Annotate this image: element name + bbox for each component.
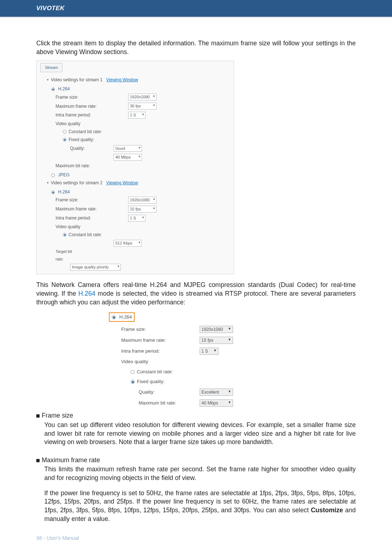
- brand-text: VIVOTEK: [36, 5, 65, 12]
- frame-size-body: You can set up different video resolutio…: [36, 420, 356, 453]
- fixed-quality-label-hl: Fixed quality:: [137, 379, 165, 384]
- frame-size-section: Frame size You can set up different vide…: [36, 411, 356, 453]
- jpeg-radio[interactable]: [51, 173, 55, 177]
- max-frame-rate-body-2: If the power line frequency is set to 50…: [36, 489, 356, 530]
- h264-radio-hl[interactable]: [112, 315, 116, 319]
- h264-settings-screenshot: H.264 Frame size: 1920x1080▼ Maximum fra…: [109, 312, 283, 409]
- max-frame-rate-select-2[interactable]: 15 fps: [128, 206, 156, 213]
- max-frame-rate-select-1[interactable]: 30 fps: [128, 103, 156, 110]
- frame-size-label-hl: Frame size:: [109, 326, 200, 333]
- target-bit-label: Target bit: [56, 249, 128, 254]
- stream-settings-screenshot: Stream Video settings for stream 1 Viewi…: [36, 61, 234, 274]
- intra-period-select-hl[interactable]: 1 S▼: [200, 348, 219, 355]
- frame-size-label-1: Frame size:: [56, 94, 128, 100]
- stream2-header: Video settings for stream 2: [51, 180, 103, 186]
- customize-word: Customize: [311, 506, 343, 514]
- max-frame-rate-section: Maximum frame rate This limits the maxim…: [36, 456, 356, 530]
- cbr-label-hl: Constant bit rate:: [137, 369, 173, 374]
- fq-row-hl: Fixed quality:: [109, 378, 200, 385]
- video-quality-label-hl: Video quality: [109, 358, 200, 365]
- h264-radio-2[interactable]: [51, 190, 55, 194]
- h264-label-2: H.264: [58, 189, 70, 194]
- max-bitrate-select-hl[interactable]: 40 Mbps▼: [200, 399, 233, 407]
- h264-label-hl: H.264: [119, 314, 132, 320]
- intra-period-select-2[interactable]: 1 S: [128, 215, 146, 222]
- viewing-window-link-2[interactable]: Viewing Window: [106, 180, 138, 186]
- max-frame-rate-select-hl[interactable]: 15 fps▼: [200, 337, 233, 344]
- stream1-header: Video settings for stream 1: [51, 77, 103, 83]
- max-frame-rate-label-1: Maximum frame rate:: [56, 103, 128, 109]
- max-bitrate-label-1: Maximum bit rate:: [56, 163, 128, 169]
- jpeg-label: JPEG: [58, 172, 69, 177]
- max-frame-rate-label-2: Maximum frame rate:: [56, 206, 128, 212]
- cbr-select-2[interactable]: 512 Kbps: [114, 240, 142, 247]
- jpeg-group: JPEG: [51, 170, 234, 178]
- quality-select-hl[interactable]: Excellent▼: [200, 389, 233, 396]
- h264-link[interactable]: H.264: [78, 290, 95, 297]
- viewing-window-link-1[interactable]: Viewing Window: [106, 77, 138, 83]
- video-quality-label-2: Video quality: [56, 224, 128, 230]
- quality-sub-label-hl: Quality:: [109, 389, 200, 395]
- cbr-row-hl: Constant bit rate:: [109, 369, 200, 375]
- frame-size-select-2[interactable]: 1920x1080: [128, 197, 156, 204]
- page-content: Click the stream item to display the det…: [0, 17, 392, 530]
- intra-period-select-1[interactable]: 1 S: [128, 112, 146, 119]
- cbr-radio-2[interactable]: [63, 233, 66, 237]
- cbr-label-1: Constant bit rate:: [69, 129, 102, 135]
- frame-size-select-1[interactable]: 1920x1080: [128, 94, 156, 100]
- fixed-quality-radio-1[interactable]: [63, 138, 66, 141]
- intro-paragraph: Click the stream item to display the det…: [36, 39, 356, 56]
- cbr-label-2: Constant bit rate:: [69, 232, 102, 238]
- max-bitrate-label-hl: Maximum bit rate:: [109, 400, 200, 406]
- h264-radio-1[interactable]: [51, 87, 55, 91]
- stream-tab[interactable]: Stream: [40, 63, 62, 72]
- frame-size-select-hl[interactable]: 1920x1080▼: [200, 326, 233, 333]
- cbr-radio-1[interactable]: [63, 130, 66, 134]
- frame-size-label-2: Frame size:: [56, 197, 128, 203]
- cbr-radio-hl[interactable]: [131, 370, 135, 374]
- max-bitrate-select-1[interactable]: 40 Mbps: [114, 154, 142, 161]
- rate-label: rate:: [56, 257, 128, 262]
- stream1-header-row[interactable]: Video settings for stream 1 Viewing Wind…: [37, 76, 234, 84]
- stream2-header-row[interactable]: Video settings for stream 2 Viewing Wind…: [37, 179, 234, 187]
- h264-group-1: H.264: [51, 84, 234, 93]
- h264-highlight: H.264: [109, 312, 135, 322]
- h264-group-2: H.264: [51, 187, 234, 196]
- page-footer: 56 - User's Manual: [36, 535, 79, 541]
- quality-select-1[interactable]: Good: [114, 145, 142, 152]
- h264-label-1: H.264: [58, 86, 70, 91]
- fixed-quality-radio-hl[interactable]: [131, 380, 135, 384]
- intra-period-label-2: Intra frame period:: [56, 215, 128, 221]
- codec-paragraph: This Network Camera offers real-time H.2…: [36, 281, 356, 307]
- quality-sub-label-1: Quality:: [70, 145, 114, 151]
- intra-period-label-1: Intra frame period:: [56, 112, 128, 118]
- square-bullet-icon: [36, 414, 40, 418]
- video-quality-label-1: Video quality: [56, 121, 128, 127]
- page-header-band: VIVOTEK: [0, 0, 392, 17]
- max-frame-rate-heading: Maximum frame rate: [36, 456, 356, 465]
- square-bullet-icon: [36, 459, 40, 462]
- intra-period-label-hl: Intra frame period:: [109, 348, 200, 354]
- max-frame-rate-body-1: This limits the maximum refresh frame ra…: [36, 464, 356, 489]
- frame-size-heading: Frame size: [36, 411, 356, 420]
- image-quality-priority-select[interactable]: Image quality priority: [70, 264, 121, 271]
- max-frame-rate-label-hl: Maximum frame rate:: [109, 337, 200, 344]
- fixed-quality-label-1: Fixed quality:: [69, 137, 94, 143]
